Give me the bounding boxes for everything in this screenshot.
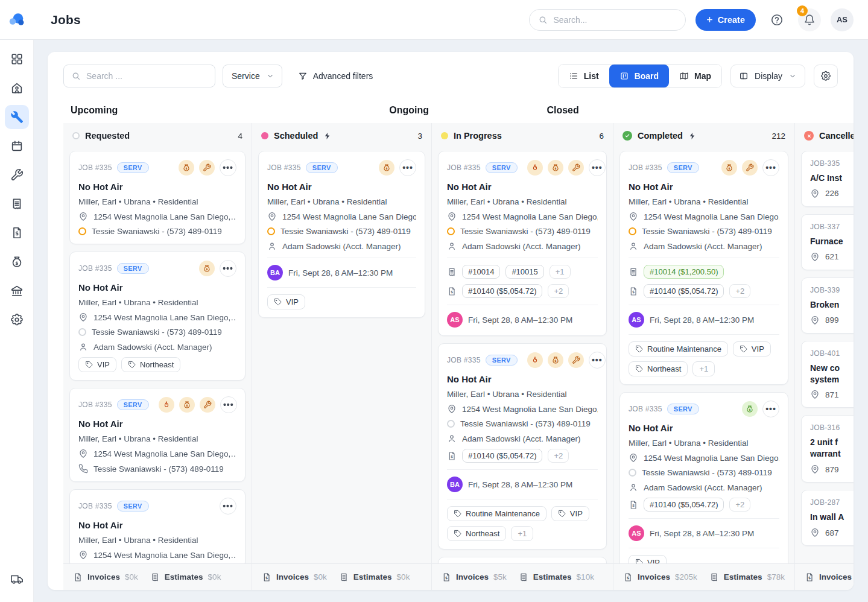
money-bag-icon — [548, 352, 563, 368]
service-filter-dropdown[interactable]: Service — [223, 65, 282, 87]
card-menu-button[interactable]: ••• — [399, 159, 416, 176]
more-invoices-chip[interactable]: +2 — [548, 449, 569, 463]
tag-chip[interactable]: VIP — [267, 294, 305, 309]
sidebar-item-customers[interactable] — [5, 76, 29, 100]
tools-icon — [10, 168, 24, 182]
job-card[interactable]: JOB-401 New cosystem 871 — [801, 341, 854, 408]
map-pin-icon — [810, 390, 820, 399]
job-card[interactable]: JOB-287 In wall A 687 — [801, 490, 854, 546]
card-menu-button[interactable]: ••• — [220, 159, 236, 176]
more-invoices-chip[interactable]: +2 — [729, 498, 750, 512]
create-button[interactable]: + Create — [695, 9, 756, 31]
sidebar-item-work-tools[interactable] — [5, 163, 29, 187]
advanced-filters-button[interactable]: Advanced filters — [298, 71, 373, 81]
job-card[interactable]: JOB-337 Furnace 621 — [801, 214, 854, 270]
job-client: Miller, Earl • Ubrana • Residential — [267, 197, 416, 206]
more-tags-chip[interactable]: +1 — [692, 361, 715, 376]
tag-chip[interactable]: Routine Maintenance — [447, 506, 546, 521]
job-card[interactable]: JOB #335 SERV ••• No Hot Air Miller, Ear… — [69, 252, 246, 381]
global-search-input[interactable] — [553, 15, 677, 25]
gear-icon — [10, 313, 24, 326]
card-menu-button[interactable]: ••• — [220, 396, 237, 413]
display-options-button[interactable]: Display — [730, 65, 805, 87]
chevron-down-icon — [788, 72, 797, 80]
sidebar-item-payments[interactable] — [5, 250, 29, 274]
tag-icon — [454, 510, 461, 518]
invoice-chip[interactable]: #10140 ($5,054.72) — [644, 284, 724, 298]
fire-icon — [159, 397, 174, 413]
tag-chip[interactable]: VIP — [551, 506, 589, 521]
app-logo[interactable] — [0, 11, 34, 29]
card-menu-button[interactable]: ••• — [589, 159, 606, 176]
sidebar-item-banking[interactable] — [5, 279, 29, 303]
job-card[interactable]: JOB #335 SERV ••• No Hot Air Miller, Ear… — [619, 392, 788, 563]
view-list-button[interactable]: List — [559, 65, 609, 87]
job-tags: Routine Maintenance VIP Northeast +1 — [629, 341, 779, 376]
job-number: JOB #335 — [78, 502, 112, 510]
job-card[interactable]: JOB #335 SERV ••• No Hot Air — [438, 557, 607, 563]
more-invoices-chip[interactable]: +2 — [729, 284, 750, 298]
sidebar-item-receipts[interactable] — [5, 192, 29, 216]
receipt-icon — [709, 572, 719, 582]
sidebar-item-fleet[interactable] — [5, 567, 29, 591]
job-card[interactable]: JOB #335 SERV ••• No Hot Air Miller, Ear… — [69, 151, 246, 244]
help-button[interactable] — [765, 8, 788, 31]
board-settings-button[interactable] — [814, 65, 838, 87]
user-avatar[interactable]: AS — [831, 8, 854, 31]
estimate-chip-approved[interactable]: #10014 ($1,200.50) — [644, 265, 724, 279]
job-client: Miller, Earl • Ubrana • Residential — [78, 197, 236, 206]
sidebar-item-estimates[interactable] — [5, 221, 29, 245]
card-menu-button[interactable]: ••• — [220, 260, 236, 277]
global-search[interactable] — [529, 9, 686, 31]
receipt-icon — [519, 572, 528, 582]
bolt-icon — [688, 132, 696, 140]
sidebar-item-settings[interactable] — [5, 308, 29, 332]
invoice-chip[interactable]: #10140 ($5,054.72) — [644, 498, 724, 512]
view-board-button[interactable]: Board — [609, 65, 669, 87]
tag-chip[interactable]: VIP — [733, 341, 771, 356]
job-card[interactable]: JOB-335 A/C Inst 226 — [801, 151, 854, 207]
sidebar-item-calendar[interactable] — [5, 134, 29, 158]
job-card[interactable]: JOB #335 SERV ••• No Hot Air Miller, Ear… — [69, 388, 246, 482]
notifications-button[interactable]: 4 — [798, 8, 821, 31]
card-menu-button[interactable]: ••• — [762, 401, 779, 417]
invoice-chip[interactable]: #10140 ($5,054.72) — [462, 284, 542, 298]
job-card[interactable]: JOB #335 SERV ••• No Hot Air Miller, Ear… — [438, 151, 607, 336]
job-client: Miller, Earl • Ubrana • Residential — [78, 434, 236, 443]
job-card[interactable]: JOB #335 SERV ••• No Hot Air Miller, Ear… — [438, 343, 607, 550]
job-card[interactable]: JOB #335 SERV ••• No Hot Air Miller, Ear… — [619, 151, 788, 385]
card-menu-button[interactable]: ••• — [762, 159, 779, 176]
status-check-icon — [622, 131, 632, 141]
job-card[interactable]: JOB #335 SERV ••• No Hot Air Miller, Ear… — [258, 151, 425, 318]
tag-chip[interactable]: Routine Maintenance — [629, 341, 728, 356]
more-estimates-chip[interactable]: +1 — [550, 265, 571, 279]
job-address-row: 1254 West Magnolia Lane San Diego,… — [447, 404, 598, 414]
tag-chip[interactable]: VIP — [78, 357, 116, 372]
invoices-row: #10140 ($5,054.72) +2 — [447, 284, 598, 298]
group-ongoing: Ongoing — [382, 105, 539, 116]
more-invoices-chip[interactable]: +2 — [548, 284, 569, 298]
job-number: JOB-316 — [810, 423, 854, 432]
sidebar-item-dashboard[interactable] — [5, 47, 29, 71]
document-dollar-icon — [805, 572, 814, 582]
estimate-chip[interactable]: #10015 — [505, 265, 543, 279]
tag-chip[interactable]: Northeast — [447, 526, 506, 541]
money-bag-icon — [199, 261, 215, 276]
tag-chip[interactable]: VIP — [629, 555, 667, 563]
job-title: No Hot Air — [78, 419, 236, 429]
view-map-button[interactable]: Map — [669, 65, 721, 87]
job-card[interactable]: JOB #335 SERV ••• No Hot Air Miller, Ear… — [69, 489, 246, 563]
jobs-search[interactable] — [63, 65, 215, 87]
card-menu-button[interactable]: ••• — [220, 498, 236, 515]
job-card[interactable]: JOB-339 Broken 899 — [801, 277, 854, 334]
job-card[interactable]: JOB-316 2 unit fwarrant 879 — [801, 415, 854, 483]
footer-estimates: Estimates$0k — [339, 572, 410, 582]
tag-chip[interactable]: Northeast — [629, 361, 688, 376]
more-tags-chip[interactable]: +1 — [511, 526, 533, 541]
jobs-search-input[interactable] — [86, 71, 207, 81]
estimate-chip[interactable]: #10014 — [462, 265, 500, 279]
sidebar-item-jobs[interactable] — [5, 105, 29, 129]
card-menu-button[interactable]: ••• — [589, 352, 606, 369]
invoice-chip[interactable]: #10140 ($5,054.72) — [462, 449, 542, 463]
tag-chip[interactable]: Northeast — [121, 357, 180, 372]
